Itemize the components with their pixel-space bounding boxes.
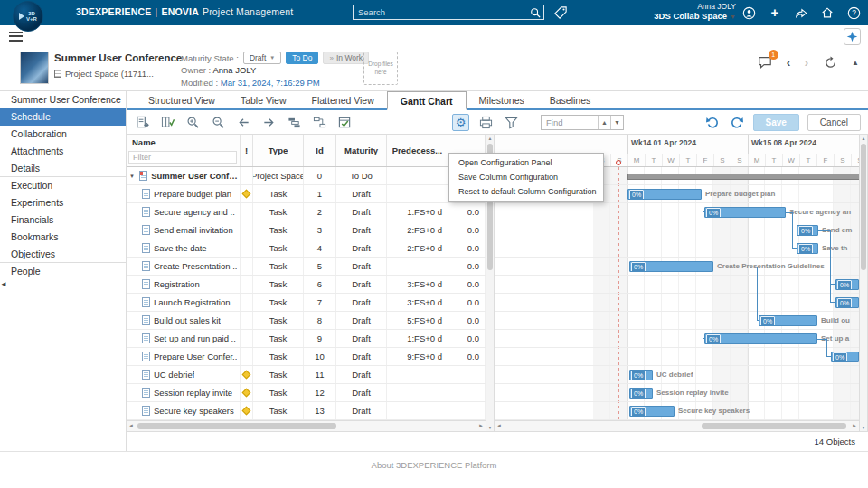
table-row[interactable]: Launch Registration ..Task7Draft3:FS+0 d… <box>127 294 486 312</box>
home-icon[interactable] <box>820 5 835 20</box>
gantt-task-bar[interactable]: 0% <box>629 388 653 399</box>
scrollbar-left-icon[interactable]: ◄ <box>496 421 502 431</box>
next-icon[interactable]: › <box>804 55 808 70</box>
gantt-vscrollbar[interactable]: ▲ ▼ <box>859 135 868 431</box>
table-row[interactable]: Set up and run paid ..Task9Draft1:FS+0 d… <box>127 330 486 348</box>
table-row[interactable]: UC debriefTask11Draft <box>127 366 486 384</box>
project-thumbnail[interactable] <box>20 52 49 84</box>
scrollbar-up-icon[interactable]: ▲ <box>860 136 867 141</box>
3ds-logo[interactable]: 3DV+R <box>13 1 43 32</box>
collapse-caret-icon[interactable]: ▼ <box>129 174 136 179</box>
menu-hamburger-icon[interactable] <box>9 32 23 42</box>
scrollbar-down-icon[interactable]: ▼ <box>486 425 494 430</box>
tab-table-view[interactable]: Table View <box>228 91 299 108</box>
gantt-task-bar[interactable]: 0% <box>704 207 786 218</box>
tab-baselines[interactable]: Baselines <box>537 91 604 108</box>
sidebar-item-bookmarks[interactable]: Bookmarks <box>0 229 126 246</box>
scrollbar-down-icon[interactable]: ▼ <box>860 425 867 430</box>
gantt-hscrollbar[interactable]: ◄ ► <box>495 420 859 431</box>
column-config-icon[interactable] <box>159 114 176 131</box>
table-row[interactable]: Prepare budget planTask1Draft0.0 <box>127 185 486 203</box>
find-previous-icon[interactable]: ▲ <box>598 116 610 129</box>
gantt-task-bar[interactable]: 0% <box>797 225 818 236</box>
schedule-check-icon[interactable] <box>336 114 354 131</box>
gantt-task-bar[interactable]: 0% <box>627 189 702 200</box>
search-icon[interactable] <box>527 5 543 19</box>
gantt-task-bar[interactable]: 0% <box>704 333 817 344</box>
refresh-icon[interactable] <box>822 54 838 70</box>
filter-box[interactable] <box>128 151 237 164</box>
table-row[interactable]: Create Presentation ..Task5Draft0.0 <box>127 258 486 276</box>
state-draft-chip[interactable]: Draft▼ <box>243 52 281 64</box>
sidebar-item-details[interactable]: Details <box>0 160 126 177</box>
save-button[interactable]: Save <box>753 114 799 131</box>
sidebar-item-experiments[interactable]: Experiments <box>0 194 126 211</box>
scrollbar-right-icon[interactable]: ► <box>852 421 857 431</box>
sidebar-item-people[interactable]: People <box>0 263 126 280</box>
share-icon[interactable] <box>794 5 808 20</box>
table-row[interactable]: RegistrationTask6Draft3:FS+0 d0.0 <box>127 276 486 294</box>
gantt-task-bar[interactable]: 0% <box>831 352 859 362</box>
user-menu[interactable]: Anna JOLY 3DS Collab Space▼ <box>654 2 736 22</box>
export-icon[interactable] <box>134 114 151 131</box>
menu-item-open-configuration-panel[interactable]: Open Configuration Panel <box>449 155 603 170</box>
table-row[interactable]: Secure key speakersTask13Draft <box>127 402 486 420</box>
collapse-header-icon[interactable]: ▲ <box>852 59 859 67</box>
scrollbar-thumb[interactable] <box>702 423 846 429</box>
previous-icon[interactable]: ‹ <box>787 55 791 70</box>
scrollbar-left-icon[interactable]: ◄ <box>128 421 134 431</box>
sidebar-item-schedule[interactable]: Schedule <box>0 108 126 126</box>
column-header-id[interactable]: Id <box>304 135 336 166</box>
add-icon[interactable]: + <box>768 5 782 20</box>
gantt-task-bar[interactable]: 0% <box>835 297 859 308</box>
gantt-task-bar[interactable]: 0% <box>629 370 653 380</box>
table-hscrollbar[interactable]: ◄ ► <box>127 420 486 431</box>
sidebar-item-financials[interactable]: Financials <box>0 211 126 229</box>
scrollbar-up-icon[interactable]: ▲ <box>486 136 494 141</box>
undo-icon[interactable] <box>704 114 721 130</box>
baseline-chart-icon[interactable] <box>286 114 303 131</box>
table-row[interactable]: Save the dateTask4Draft2:FS+0 d0.0 <box>127 239 486 258</box>
sidebar-item-execution[interactable]: Execution <box>0 177 126 194</box>
column-header-predecessor[interactable]: Predecess... <box>387 135 448 166</box>
scroll-right-icon[interactable] <box>260 114 278 131</box>
menu-item-reset-to-default-column-configuration[interactable]: Reset to default Column Configuration <box>449 184 603 199</box>
gantt-task-bar[interactable]: 0% <box>759 315 817 326</box>
menu-item-save-column-configuration[interactable]: Save Column Configuration <box>449 170 603 184</box>
state-todo-chip[interactable]: To Do <box>286 52 318 64</box>
table-row[interactable]: Prepare User Confer..Task10Draft9:FS+0 d… <box>127 348 486 366</box>
tab-milestones[interactable]: Milestones <box>467 91 537 108</box>
table-row[interactable]: Build out sales kitTask8Draft5:FS+0 d0.0 <box>127 312 486 330</box>
state-inwork-chip[interactable]: »In Work <box>323 52 369 64</box>
filter-icon[interactable] <box>503 114 520 131</box>
filter-input[interactable] <box>129 152 236 163</box>
tab-flattened-view[interactable]: Flattened View <box>299 91 387 108</box>
gantt-task-bar[interactable]: 0% <box>629 261 713 272</box>
comments-icon[interactable]: 1 <box>757 54 773 70</box>
table-row[interactable]: Session replay inviteTask12Draft <box>127 384 486 402</box>
column-header-flag[interactable]: ! <box>241 135 253 166</box>
redo-icon[interactable] <box>729 114 745 130</box>
table-row[interactable]: Secure agency and ..Task2Draft1:FS+0 d0.… <box>127 203 486 221</box>
scrollbar-right-icon[interactable]: ► <box>478 421 484 431</box>
find-input[interactable] <box>542 117 598 127</box>
sidebar-item-collaboration[interactable]: Collaboration <box>0 126 126 143</box>
scrollbar-thumb[interactable] <box>137 423 336 429</box>
column-header-type[interactable]: Type <box>253 135 304 166</box>
file-dropzone[interactable]: Drop files here <box>363 52 398 85</box>
zoom-in-icon[interactable] <box>184 114 202 131</box>
compass-icon[interactable] <box>844 28 861 45</box>
scrollbar-thumb[interactable] <box>861 144 866 270</box>
profile-icon[interactable] <box>741 5 756 20</box>
table-row[interactable]: Send email invitationTask3Draft2:FS+0 d0… <box>127 221 486 239</box>
gantt-task-bar[interactable]: 0% <box>629 406 675 417</box>
zoom-out-icon[interactable] <box>210 114 227 131</box>
about-link[interactable]: About 3DEXPERIENCE Platform <box>372 460 497 488</box>
column-header-name[interactable]: Name <box>132 137 156 147</box>
links-icon[interactable] <box>311 114 328 131</box>
tab-gantt-chart[interactable]: Gantt Chart <box>387 91 467 110</box>
print-icon[interactable] <box>477 114 495 131</box>
tab-structured-view[interactable]: Structured View <box>136 91 228 108</box>
gantt-summary-bar[interactable] <box>627 174 859 180</box>
help-icon[interactable]: ? <box>846 5 861 20</box>
